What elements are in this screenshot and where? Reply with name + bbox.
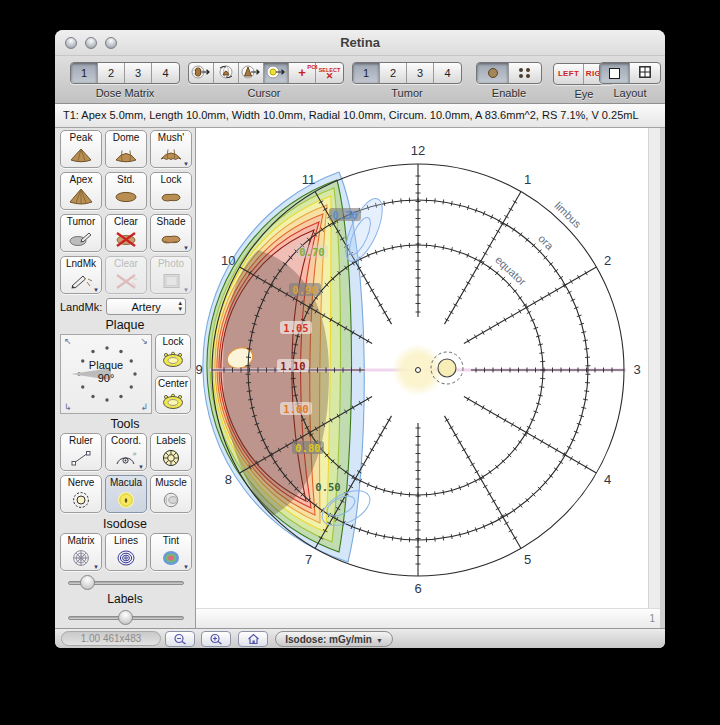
optic-nerve-icon xyxy=(68,488,94,512)
zoom-out-icon xyxy=(172,633,188,645)
ruler-button[interactable]: Ruler xyxy=(60,433,102,471)
nerve-button[interactable]: Nerve xyxy=(60,475,102,513)
photo-button[interactable]: Photo ▼ xyxy=(150,256,192,294)
plaque-center-button[interactable]: Center xyxy=(155,376,191,414)
landmark-clear-button[interactable]: Clear xyxy=(105,256,147,294)
tumor-draw-button[interactable]: Tumor xyxy=(60,214,102,252)
dome-icon xyxy=(112,143,140,167)
cursor-point-button[interactable] xyxy=(264,63,289,83)
tumor-group: 1 2 3 4 Tumor xyxy=(350,62,464,99)
peak-button[interactable]: Peak xyxy=(60,130,102,168)
isodose-opacity-slider[interactable] xyxy=(68,575,184,590)
add-poi-icon: +POI xyxy=(298,67,306,79)
svg-text:0.50: 0.50 xyxy=(315,481,340,493)
isodose-label: 1.00 xyxy=(280,402,312,415)
enable-multi-button[interactable] xyxy=(509,63,541,83)
zoom-in-button[interactable] xyxy=(201,631,231,647)
tumor-shade-button[interactable]: Shade ▼ xyxy=(150,214,192,252)
layout-segmented xyxy=(599,62,661,84)
tumor-1[interactable]: 1 xyxy=(353,63,380,83)
tumor-clear-button[interactable]: Clear xyxy=(105,214,147,252)
select-button[interactable]: SELECT ✕ xyxy=(316,63,343,83)
tumor-label: Tumor xyxy=(350,87,464,99)
landmark-clear-icon xyxy=(112,269,140,293)
dome-button[interactable]: Dome xyxy=(105,130,147,168)
muscle-icon xyxy=(158,488,184,512)
coordinates-button[interactable]: Coord. # ▼ xyxy=(105,433,147,471)
layout-single-button[interactable] xyxy=(600,63,630,83)
tools-section-header: Tools xyxy=(60,417,190,431)
tumor-4[interactable]: 4 xyxy=(434,63,461,83)
landmark-value: Artery xyxy=(132,301,161,313)
plaque-rotation-dial[interactable]: ↖ ↘ ↳ ↲ Plaque 90° xyxy=(60,334,152,414)
dose-matrix-1[interactable]: 1 xyxy=(71,63,98,83)
tumor-2[interactable]: 2 xyxy=(380,63,407,83)
optic-nerve xyxy=(438,359,456,377)
cursor-tumor-button[interactable] xyxy=(239,63,264,83)
landmark-draw-button[interactable]: LndMk ▼ xyxy=(60,256,102,294)
sidebar: Peak Dome Mush' ▼ Apex xyxy=(55,128,196,628)
layout-label: Layout xyxy=(598,87,662,99)
zoom-out-button[interactable] xyxy=(165,631,195,647)
landmark-menu-caret: ▼ xyxy=(93,287,99,293)
app-window: Retina 1 2 3 4 Dose Matrix xyxy=(55,30,665,648)
isodose-label: 1.10 xyxy=(277,359,309,372)
single-tumor-icon xyxy=(488,68,498,78)
eye-left-button[interactable]: LEFT xyxy=(554,64,584,84)
add-poi-button[interactable]: +POI xyxy=(289,63,316,83)
isodose-units-dropdown[interactable]: Isodose: mGy/min▼ xyxy=(275,631,393,647)
posterior-pole-dot xyxy=(416,368,421,373)
cursor-plaque-move-button[interactable] xyxy=(189,63,214,83)
labels-button[interactable]: Labels xyxy=(150,433,192,471)
svg-text:6: 6 xyxy=(414,581,421,596)
svg-text:1: 1 xyxy=(524,172,531,187)
macula-button[interactable]: Macula xyxy=(105,475,147,513)
tumor-3[interactable]: 3 xyxy=(407,63,434,83)
home-view-button[interactable] xyxy=(238,631,268,647)
svg-text:3: 3 xyxy=(633,362,640,377)
apex-button[interactable]: Apex xyxy=(60,172,102,210)
vertical-scroll-gutter[interactable] xyxy=(648,128,660,608)
rotate-corner-tr-icon[interactable]: ↘ xyxy=(140,336,148,346)
dial-plaque-name: Plaque xyxy=(89,359,123,371)
enable-label: Enable xyxy=(475,87,543,99)
mushroom-button[interactable]: Mush' ▼ xyxy=(150,130,192,168)
retina-diagram[interactable]: 0.300.700.901.051.101.000.800.50limbusor… xyxy=(196,128,648,608)
slider-thumb[interactable] xyxy=(80,575,95,590)
isodose-tint-button[interactable]: Tint ▼ xyxy=(150,533,192,571)
dose-matrix-2[interactable]: 2 xyxy=(98,63,125,83)
matrix-wheel-icon xyxy=(68,546,94,570)
rotate-corner-tl-icon[interactable]: ↖ xyxy=(64,336,72,346)
isodose-labels-slider[interactable] xyxy=(68,610,184,625)
std-button[interactable]: Std. xyxy=(105,172,147,210)
lock-tumor-button[interactable]: Lock xyxy=(150,172,192,210)
svg-text:7: 7 xyxy=(305,552,312,567)
plaque-lock-button[interactable]: Lock xyxy=(155,334,191,372)
photo-menu-caret: ▼ xyxy=(183,287,189,293)
isodose-label: 0.90 xyxy=(289,283,321,296)
rotate-corner-bl-icon[interactable]: ↳ xyxy=(64,402,72,412)
landmark-select[interactable]: Artery ▲▼ xyxy=(106,298,186,315)
isodose-lines-button[interactable]: Lines xyxy=(105,533,147,571)
svg-text:11: 11 xyxy=(302,172,316,187)
stepper-icon: ▲▼ xyxy=(177,300,183,312)
rotate-corner-br-icon[interactable]: ↲ xyxy=(140,402,148,412)
layout-grid-button[interactable] xyxy=(630,63,660,83)
isodose-matrix-button[interactable]: Matrix ▼ xyxy=(60,533,102,571)
isodose-label: 0.50 xyxy=(312,480,344,493)
enable-single-button[interactable] xyxy=(477,63,509,83)
title-bar[interactable]: Retina xyxy=(55,30,665,56)
cursor-plaque-rotate-button[interactable] xyxy=(214,63,239,83)
dose-matrix-4[interactable]: 4 xyxy=(152,63,179,83)
labels-wheel-icon xyxy=(158,446,184,470)
isodose-label: 0.80 xyxy=(292,441,324,454)
mushroom-menu-caret: ▼ xyxy=(183,161,189,167)
dose-matrix-3[interactable]: 3 xyxy=(125,63,152,83)
window-title: Retina xyxy=(55,35,665,50)
svg-text:0.90: 0.90 xyxy=(292,284,317,296)
muscle-button[interactable]: Muscle xyxy=(150,475,192,513)
horizontal-scroll-strip[interactable]: 1 xyxy=(196,608,660,628)
tint-menu-caret: ▼ xyxy=(183,564,189,570)
screen-background: Retina 1 2 3 4 Dose Matrix xyxy=(0,0,720,725)
slider-thumb[interactable] xyxy=(118,610,133,625)
